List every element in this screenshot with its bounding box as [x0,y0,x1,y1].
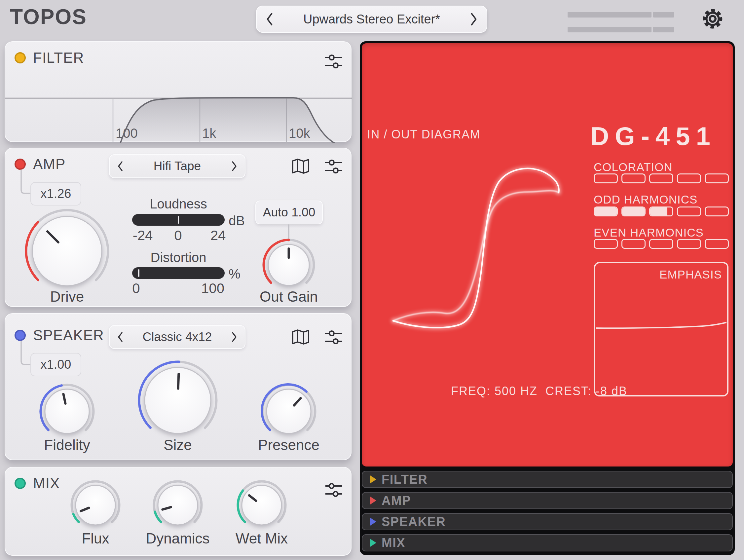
presence-label: Presence [258,437,320,453]
dynamics-knob[interactable] [152,479,203,531]
freq-tick-10k: 10k [289,126,310,141]
amp-panel: AMP Hifi Tape x1.2 [5,148,351,307]
preset-name[interactable]: Upwards Stereo Exciter* [303,12,440,27]
mix-header[interactable]: MIX [14,475,60,492]
dynamics-label: Dynamics [146,530,210,547]
chevron-left-icon [265,12,274,26]
loudness-tick-max: 24 [211,228,226,244]
speaker-settings-button[interactable] [325,329,342,345]
freq-tick-100: 100 [116,126,138,141]
mix-settings-button[interactable] [325,482,342,498]
sliders-icon [325,53,342,70]
knob-graphic [152,479,203,531]
knob-graphic [39,383,96,440]
flux-label: Flux [82,530,109,547]
amp-preset-selector[interactable]: Hifi Tape [109,154,246,178]
speaker-preset-name[interactable]: Classic 4x12 [143,330,212,344]
distortion-tick-max: 100 [201,281,224,296]
expand-triangle-icon [370,538,376,547]
loudness-label: Loudness [150,196,207,212]
app-logo: TOPOS [10,5,87,29]
freq-crest-readout: FREQ: 500 HZ CREST: -8 dB [451,384,627,398]
knob-graphic [236,479,288,531]
knob-graphic [137,360,218,441]
presence-knob[interactable] [260,383,317,440]
speaker-preset-selector[interactable]: Classic 4x12 [109,325,246,349]
distortion-slider[interactable] [132,267,225,279]
settings-button[interactable] [702,8,723,30]
filter-title: FILTER [33,49,84,66]
speaker-panel: SPEAKER Classic 4x12 [5,313,351,460]
model-name: DG-451 [590,121,716,151]
emphasis-label: EMPHASIS [660,268,722,281]
flux-knob[interactable] [70,479,121,531]
amp-title: AMP [33,156,65,173]
harmonic-indicator-fill [595,208,617,215]
odd-harmonics-indicators [594,207,729,216]
harmonic-indicator [677,174,701,183]
chevron-left-icon [117,161,123,172]
out-gain-knob[interactable] [262,238,316,292]
plugin-window: TOPOS Upwards Stereo Exciter* FILTER [0,0,744,560]
collapsed-section-label: AMP [381,494,411,508]
chevron-right-icon [231,161,237,172]
loudness-slider[interactable] [132,214,225,226]
filter-header[interactable]: FILTER [14,49,84,66]
harmonic-indicator [649,174,673,183]
emphasis-display: EMPHASIS [594,262,729,397]
speaker-title: SPEAKER [33,327,104,344]
loudness-tick-min: -24 [133,228,153,244]
distortion-label: Distortion [151,250,207,265]
sliders-icon [325,329,342,345]
meter-peak-left [653,12,674,17]
amp-gain-multiplier[interactable]: x1.26 [30,182,81,206]
knob-graphic [262,238,316,292]
speaker-led[interactable] [14,330,26,341]
amp-browse-button[interactable] [291,158,310,175]
harmonic-indicator-fill [650,208,667,215]
output-meter [567,12,674,32]
emphasis-curve [595,263,727,395]
harmonic-indicator [622,239,645,249]
inout-diagram-label: IN / OUT DIAGRAM [367,127,480,141]
preset-browser[interactable]: Upwards Stereo Exciter* [256,6,487,33]
distortion-tick-min: 0 [132,281,140,296]
collapsed-section-mix[interactable]: MIX [362,534,733,551]
size-label: Size [163,437,192,453]
amp-preset-name[interactable]: Hifi Tape [154,159,201,173]
size-knob[interactable] [137,360,218,441]
filter-settings-button[interactable] [325,53,342,70]
auto-gain-button[interactable]: Auto 1.00 [255,200,323,224]
speaker-browse-button[interactable] [291,329,310,345]
fidelity-knob[interactable] [39,383,96,440]
wet-mix-knob[interactable] [236,479,288,531]
harmonic-indicator [649,239,673,249]
sliders-icon [325,158,342,175]
harmonic-indicator [705,239,729,249]
speaker-gain-multiplier[interactable]: x1.00 [30,353,81,376]
harmonic-indicator [594,174,618,183]
preset-next-button[interactable] [470,12,478,26]
in-out-scope: IN / OUT DIAGRAM DG-451 COLORATION ODD H… [362,43,733,466]
drive-knob[interactable] [24,208,110,294]
collapsed-section-speaker[interactable]: SPEAKER [362,513,733,530]
knob-graphic [24,208,110,294]
distortion-slider-tick [138,269,140,277]
expand-triangle-icon [370,517,376,526]
preset-prev-button[interactable] [265,12,274,26]
filter-led[interactable] [14,52,26,64]
expand-triangle-icon [370,496,376,505]
map-icon [291,329,310,345]
harmonic-indicator [594,239,618,249]
harmonic-indicator [649,207,673,216]
odd-harmonics-label: ODD HARMONICS [594,193,698,206]
amp-led[interactable] [14,159,26,170]
collapsed-section-filter[interactable]: FILTER [362,471,733,488]
amp-settings-button[interactable] [325,158,342,175]
knob-graphic [70,479,121,531]
collapsed-section-amp[interactable]: AMP [362,492,733,509]
meter-bar-right [567,27,652,32]
mix-panel: MIX Flux Dynamics Wet Mix [5,467,351,556]
harmonic-indicator [622,207,645,216]
mix-led[interactable] [14,478,26,489]
